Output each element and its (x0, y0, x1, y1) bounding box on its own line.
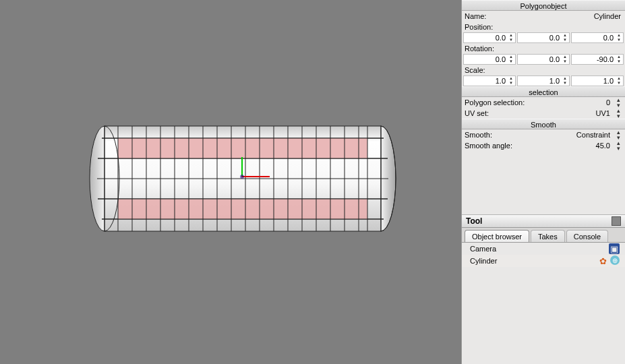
smooth-angle-spinner[interactable] (614, 141, 622, 150)
position-y-field[interactable]: 0.0 (517, 32, 570, 43)
cylinder-svg (84, 125, 401, 233)
label-uv-set: UV set: (465, 109, 489, 117)
row-smooth-mode: Smooth: Constraint (462, 129, 625, 140)
row-position-values: 0.0 0.0 0.0 (462, 32, 625, 43)
object-name-cylinder: Cylinder (470, 257, 497, 265)
row-scale-values: 1.0 1.0 1.0 (462, 75, 625, 86)
label-polygon-selection: Polygon selection: (465, 98, 525, 107)
rotation-x-field[interactable]: 0.0 (463, 54, 516, 65)
tab-row: Object browser Takes Console (462, 228, 625, 243)
panel-header-polygonobject: Polygonobject (462, 0, 625, 11)
object-row-cylinder[interactable]: Cylinder ✿ ⊕ (462, 255, 625, 267)
panel-header-selection: selection (462, 86, 625, 97)
viewport-3d[interactable] (0, 0, 461, 364)
row-name: Name: Cylinder (462, 11, 625, 22)
scale-z-field[interactable]: 1.0 (571, 75, 624, 86)
value-smooth[interactable]: Constraint (576, 131, 612, 139)
rotation-y-field[interactable]: 0.0 (517, 54, 570, 65)
smooth-spinner[interactable] (614, 130, 622, 140)
position-x-field[interactable]: 0.0 (463, 32, 516, 43)
tab-console[interactable]: Console (566, 230, 608, 242)
position-z-spinner[interactable] (615, 33, 623, 42)
rotation-z-spinner[interactable] (615, 55, 623, 64)
row-position-label: Position: (462, 22, 625, 32)
uv-set-spinner[interactable] (614, 109, 622, 118)
scale-z-spinner[interactable] (615, 76, 623, 86)
object-row-camera[interactable]: Camera ▣ (462, 243, 625, 255)
position-x-spinner[interactable] (507, 33, 515, 42)
panel-header-smooth: Smooth (462, 119, 625, 129)
cylinder-mesh[interactable] (84, 125, 401, 233)
rotation-x-spinner[interactable] (507, 55, 515, 64)
tool-titlebar[interactable]: Tool (462, 214, 625, 228)
label-name: Name: (465, 12, 486, 20)
object-browser-list[interactable]: Camera ▣ Cylinder ✿ ⊕ (462, 243, 625, 364)
label-scale: Scale: (465, 66, 485, 74)
row-rotation-values: 0.0 0.0 -90.0 (462, 54, 625, 65)
chart-icon[interactable] (612, 216, 621, 226)
scale-x-spinner[interactable] (507, 76, 515, 86)
label-rotation: Rotation: (465, 44, 494, 53)
tab-takes[interactable]: Takes (531, 230, 565, 242)
polygon-selection-spinner[interactable] (614, 98, 622, 107)
tool-title: Tool (466, 216, 482, 226)
star-icon: ✿ (597, 255, 608, 266)
scale-y-spinner[interactable] (561, 76, 569, 86)
row-scale-label: Scale: (462, 65, 625, 75)
position-z-field[interactable]: 0.0 (571, 32, 624, 43)
position-y-spinner[interactable] (561, 33, 569, 42)
tab-object-browser[interactable]: Object browser (465, 230, 529, 242)
value-smooth-angle[interactable]: 45.0 (596, 142, 612, 150)
properties-empty-space (462, 151, 625, 214)
value-polygon-selection[interactable]: 0 (606, 98, 612, 107)
globe-icon: ⊕ (610, 255, 620, 265)
scale-x-field[interactable]: 1.0 (463, 75, 516, 86)
row-polygon-selection: Polygon selection: 0 (462, 97, 625, 108)
label-smooth: Smooth: (465, 131, 492, 139)
scale-y-field[interactable]: 1.0 (517, 75, 570, 86)
label-smooth-angle: Smooth angle: (465, 142, 512, 150)
value-name[interactable]: Cylinder (594, 12, 622, 20)
rotation-y-spinner[interactable] (561, 55, 569, 64)
rotation-z-field[interactable]: -90.0 (571, 54, 624, 65)
row-rotation-label: Rotation: (462, 43, 625, 54)
object-name-camera: Camera (470, 245, 496, 253)
label-position: Position: (465, 23, 493, 31)
row-smooth-angle: Smooth angle: 45.0 (462, 140, 625, 151)
properties-panel: Polygonobject Name: Cylinder Position: 0… (461, 0, 625, 364)
value-uv-set[interactable]: UV1 (596, 109, 612, 117)
camera-icon: ▣ (609, 243, 620, 254)
row-uv-set: UV set: UV1 (462, 108, 625, 119)
